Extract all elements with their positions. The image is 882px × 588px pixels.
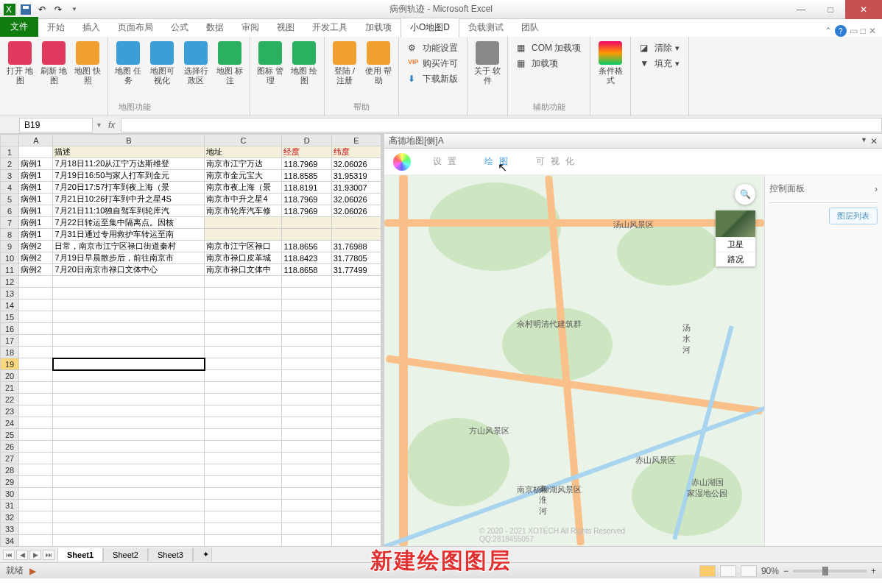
chevron-right-icon[interactable]: › [875,184,878,194]
undo-icon[interactable]: ↶ [35,3,49,16]
zoom-level[interactable]: 90% [761,566,779,576]
tab-xiaoo-map[interactable]: 小O地图D [401,18,459,38]
first-sheet-icon[interactable]: ⏮ [3,550,15,560]
layer-satellite[interactable]: 卫星 [716,237,755,252]
layer-traffic[interactable]: 路况 [716,252,755,266]
sheet-tab-2[interactable]: Sheet2 [103,548,148,562]
svg-rect-3 [23,6,29,9]
zoom-slider[interactable] [793,570,867,573]
map-layer-control[interactable]: 卫星 路况 [716,210,755,266]
com-icon: ▦ [517,43,529,54]
icon-manage-button[interactable]: 图标 管理 [255,40,286,87]
sheet-tab-1[interactable]: Sheet1 [57,548,103,562]
next-sheet-icon[interactable]: ▶ [29,550,41,560]
window-max-icon[interactable]: □ [861,26,866,36]
status-ready: 就绪 [6,564,24,577]
zoom-out-icon[interactable]: − [783,566,788,576]
save-icon[interactable] [19,3,32,16]
about-button[interactable]: 关于 软件 [472,40,503,87]
satellite-thumb[interactable] [716,210,755,237]
minimize-ribbon-icon[interactable]: ⌃ [825,26,832,36]
help-icon[interactable]: ? [835,25,847,37]
tab-layout[interactable]: 页面布局 [109,18,162,37]
download-item[interactable]: ⬇下载新版 [406,72,459,86]
fill-item[interactable]: ▼填充 ▾ [638,57,681,71]
fill-icon: ▼ [640,58,652,70]
clear-item[interactable]: ◪清除 ▾ [638,41,681,55]
map-tabs: 设置 绘图 可视化 ↖ [384,149,882,175]
tab-team[interactable]: 团队 [512,18,548,37]
sheet-tab-3[interactable]: Sheet3 [148,548,193,562]
formula-input[interactable] [121,118,882,132]
page-layout-view-icon[interactable] [720,565,736,577]
tab-addin[interactable]: 加载项 [356,18,401,37]
select-region-button[interactable]: 选择行 政区 [180,40,211,87]
map-tab-viz[interactable]: 可视化 [536,155,580,168]
search-icon[interactable]: 🔍 [735,184,755,205]
name-box[interactable]: B19 [19,118,93,132]
gear-icon: ⚙ [408,43,420,54]
conditional-format-button[interactable]: 条件格式 [595,40,626,87]
help-button[interactable]: 使用 帮助 [363,40,394,87]
refresh-map-button[interactable]: 刷新 地图 [38,40,69,87]
ribbon-tabs: 文件 开始 插入 页面布局 公式 数据 审阅 视图 开发工具 加载项 小O地图D… [0,19,882,37]
quick-access-toolbar: X ↶ ↷ ▼ [0,3,84,16]
svg-text:X: X [6,4,12,15]
namebox-dropdown-icon[interactable]: ▼ [96,121,102,129]
tab-data[interactable]: 数据 [197,18,233,37]
redo-icon[interactable]: ↷ [52,3,65,16]
tab-home[interactable]: 开始 [38,18,74,37]
map-panel-title: 高德地图[侧]A ▼ ✕ [384,134,882,149]
group-label-help: 帮助 [353,102,370,113]
map-search[interactable]: 🔍 [735,184,755,205]
open-map-button[interactable]: 打开 地图 [4,40,35,87]
macro-icon[interactable]: ▶ [29,566,36,576]
com-addin-item[interactable]: ▦COM 加载项 [515,41,582,55]
dropdown-icon[interactable]: ▼ [68,3,81,16]
addin-item[interactable]: ▦加载项 [515,57,582,71]
window-x-icon[interactable]: ✕ [869,26,876,36]
last-sheet-icon[interactable]: ⏭ [43,550,54,560]
maximize-button[interactable]: □ [816,0,845,19]
minimize-button[interactable]: — [786,0,816,19]
tab-insert[interactable]: 插入 [74,18,109,37]
buy-license-item[interactable]: VIP购买许可 [406,57,459,71]
layer-list-button[interactable]: 图层列表 [829,208,878,224]
close-button[interactable]: ✕ [845,0,882,19]
tab-review[interactable]: 审阅 [233,18,268,37]
tab-file[interactable]: 文件 [0,17,38,37]
tab-dev[interactable]: 开发工具 [303,18,356,37]
tab-formula[interactable]: 公式 [162,18,197,37]
zoom-in-icon[interactable]: + [871,566,876,576]
map-canvas[interactable]: 汤山风景区 汤 水 河 佘村明清代建筑群 方山风景区 南京杨柳湖风景区 赤山风景… [384,175,764,546]
window-restore-icon[interactable]: ▭ [850,26,858,36]
eraser-icon: ◪ [640,43,652,54]
map-draw-button[interactable]: 地图 绘图 [289,40,320,87]
ribbon: 打开 地图 刷新 地图 地图 快照 地图 任务 地图可 视化 选择行 政区 地图… [0,37,882,116]
download-icon: ⬇ [408,74,420,85]
map-tab-settings[interactable]: 设置 [433,155,462,168]
panel-close-icon[interactable]: ✕ [870,136,878,146]
prev-sheet-icon[interactable]: ◀ [16,550,28,560]
settings-item[interactable]: ⚙功能设置 [406,41,459,55]
new-sheet-icon[interactable]: ✦ [193,548,212,562]
grid[interactable]: ABCDE 1描述地址经度纬度 2病例17月18日11:20从江宁万达斯维登南京… [0,134,381,546]
login-button[interactable]: 登陆 /注册 [329,40,360,87]
excel-icon: X [3,3,16,16]
addin-icon: ▦ [517,58,529,70]
vip-icon: VIP [408,58,420,70]
fx-icon[interactable]: fx [102,120,121,130]
normal-view-icon[interactable] [699,565,716,577]
tab-load[interactable]: 负载测试 [459,18,512,37]
map-copyright: © 2020 - 2021 XOTECH All Rights Reserved… [479,527,669,543]
map-viz-button[interactable]: 地图可 视化 [147,40,177,87]
panel-dropdown-icon[interactable]: ▼ [861,136,867,146]
page-break-view-icon[interactable] [741,565,757,577]
map-logo-icon [393,153,411,171]
map-task-button[interactable]: 地图 任务 [113,40,144,87]
map-snapshot-button[interactable]: 地图 快照 [72,40,103,87]
tab-view[interactable]: 视图 [268,18,303,37]
annotation-overlay: 新建绘图图层 [370,546,512,576]
formula-bar: B19 ▼ fx [0,116,882,134]
map-marker-button[interactable]: 地图 标注 [214,40,245,87]
